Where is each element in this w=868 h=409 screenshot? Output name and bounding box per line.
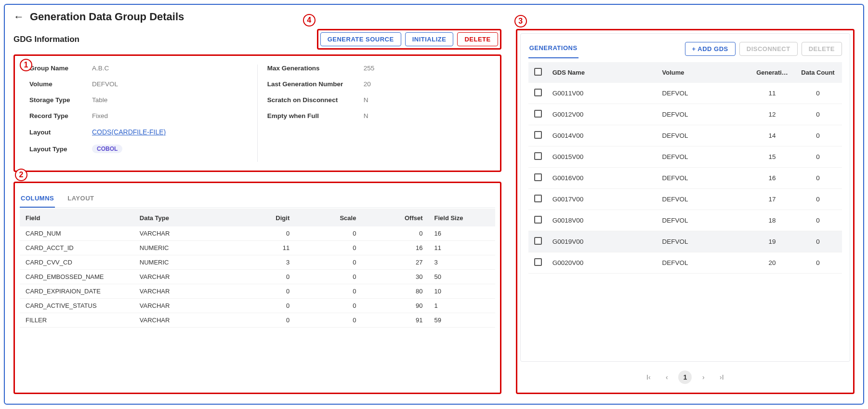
- cell-dtype: VARCHAR: [134, 284, 229, 299]
- generate-source-button[interactable]: GENERATE SOURCE: [320, 32, 401, 46]
- table-row[interactable]: G0018V00DEFVOL180: [528, 210, 842, 231]
- columns-table: Field Data Type Digit Scale Offset Field…: [20, 209, 495, 328]
- table-row[interactable]: G0019V00DEFVOL190: [528, 231, 842, 252]
- pager-page-1[interactable]: 1: [678, 370, 692, 384]
- cell-gds-count: 0: [794, 231, 842, 252]
- generations-table: GDS Name Volume Generati… Data Count G00…: [528, 62, 842, 274]
- cell-dtype: VARCHAR: [134, 270, 229, 284]
- cell-gds-gen: 12: [750, 104, 794, 125]
- cell-fsize: 1: [429, 299, 495, 313]
- gen-gen-header: Generati…: [750, 62, 794, 83]
- cell-gds-gen: 16: [750, 168, 794, 189]
- col-fsize-header: Field Size: [429, 210, 495, 227]
- delete-gdg-button[interactable]: DELETE: [457, 32, 498, 46]
- cell-check: [528, 104, 548, 125]
- table-row[interactable]: G0014V00DEFVOL140: [528, 125, 842, 146]
- section-title: GDG Information: [13, 35, 79, 44]
- cell-offset: 90: [362, 299, 428, 313]
- cell-fsize: 50: [429, 270, 495, 284]
- max-gen-value: 255: [364, 65, 375, 72]
- cell-offset: 80: [362, 284, 428, 299]
- cell-dtype: VARCHAR: [134, 313, 229, 328]
- max-gen-label: Max Generations: [267, 65, 364, 72]
- cell-fsize: 16: [429, 226, 495, 241]
- row-checkbox[interactable]: [534, 152, 542, 160]
- cell-gds-gen: 19: [750, 231, 794, 252]
- cell-field: CARD_ACCT_ID: [20, 241, 134, 255]
- gen-check-header: [528, 62, 548, 83]
- last-gen-label: Last Generation Number: [267, 80, 364, 88]
- row-checkbox[interactable]: [534, 173, 542, 181]
- cell-field: CARD_EXPIRAION_DATE: [20, 284, 134, 299]
- cell-offset: 91: [362, 313, 428, 328]
- table-row[interactable]: G0017V00DEFVOL170: [528, 189, 842, 210]
- volume-value: DEFVOL: [92, 80, 118, 88]
- pager-prev-icon[interactable]: ‹: [660, 370, 673, 384]
- cell-check: [528, 231, 548, 252]
- cell-gds-vol: DEFVOL: [658, 210, 750, 231]
- cell-check: [528, 146, 548, 168]
- layout-label: Layout: [29, 129, 92, 136]
- cell-dtype: VARCHAR: [134, 226, 229, 241]
- tab-generations[interactable]: GENERATIONS: [528, 40, 579, 58]
- pager-first-icon[interactable]: I‹: [642, 370, 655, 384]
- table-row[interactable]: G0011V00DEFVOL110: [528, 83, 842, 104]
- row-checkbox[interactable]: [534, 237, 542, 245]
- cell-digit: 0: [229, 270, 295, 284]
- cell-gds-name: G0017V00: [548, 189, 658, 210]
- table-row[interactable]: G0016V00DEFVOL160: [528, 168, 842, 189]
- row-checkbox[interactable]: [534, 110, 542, 118]
- initialize-button[interactable]: INITIALIZE: [405, 32, 454, 46]
- row-checkbox[interactable]: [534, 131, 542, 139]
- action-button-group: 4 GENERATE SOURCE INITIALIZE DELETE: [317, 29, 501, 50]
- col-dtype-header: Data Type: [134, 210, 229, 227]
- gdg-info-panel: 1 Group NameA.B.C VolumeDEFVOL Storage T…: [13, 54, 501, 172]
- cell-check: [528, 210, 548, 231]
- callout-2: 2: [15, 169, 27, 181]
- cell-check: [528, 125, 548, 146]
- gen-count-header: Data Count: [794, 62, 842, 83]
- record-type-value: Fixed: [92, 112, 108, 119]
- cell-gds-name: G0016V00: [548, 168, 658, 189]
- disconnect-button: DISCONNECT: [739, 42, 798, 56]
- table-row: CARD_CVV_CDNUMERIC30273: [20, 255, 495, 270]
- gen-vol-header: Volume: [658, 62, 750, 83]
- table-row[interactable]: G0015V00DEFVOL150: [528, 146, 842, 168]
- table-row: CARD_ACCT_IDNUMERIC1101611: [20, 241, 495, 255]
- col-offset-header: Offset: [362, 210, 428, 227]
- cell-digit: 3: [229, 255, 295, 270]
- table-row: CARD_ACTIVE_STATUSVARCHAR00901: [20, 299, 495, 313]
- layout-link[interactable]: CODS(CARDFILE-FILE): [92, 128, 166, 136]
- row-checkbox[interactable]: [534, 195, 542, 202]
- row-checkbox[interactable]: [534, 258, 542, 266]
- group-name-label: Group Name: [29, 65, 92, 72]
- col-scale-header: Scale: [295, 210, 362, 227]
- add-gds-button[interactable]: + ADD GDS: [685, 42, 736, 56]
- last-gen-value: 20: [364, 80, 371, 88]
- cell-gds-gen: 17: [750, 189, 794, 210]
- select-all-checkbox[interactable]: [534, 68, 542, 76]
- back-arrow-icon[interactable]: ←: [13, 11, 24, 23]
- tab-columns[interactable]: COLUMNS: [20, 190, 55, 208]
- cell-scale: 0: [295, 255, 362, 270]
- table-row[interactable]: G0020V00DEFVOL200: [528, 252, 842, 274]
- cell-gds-name: G0012V00: [548, 104, 658, 125]
- pager-next-icon[interactable]: ›: [697, 370, 710, 384]
- callout-4: 4: [303, 14, 316, 26]
- row-checkbox[interactable]: [534, 89, 542, 96]
- table-row: CARD_EMBOSSED_NAMEVARCHAR003050: [20, 270, 495, 284]
- cell-scale: 0: [295, 241, 362, 255]
- cell-offset: 30: [362, 270, 428, 284]
- table-row[interactable]: G0012V00DEFVOL120: [528, 104, 842, 125]
- cell-field: CARD_NUM: [20, 226, 134, 241]
- pager-last-icon[interactable]: ›I: [715, 370, 728, 384]
- cell-field: CARD_ACTIVE_STATUS: [20, 299, 134, 313]
- cell-field: FILLER: [20, 313, 134, 328]
- volume-label: Volume: [29, 80, 92, 88]
- scratch-label: Scratch on Disconnect: [267, 96, 364, 104]
- cell-gds-vol: DEFVOL: [658, 252, 750, 274]
- cell-gds-count: 0: [794, 146, 842, 168]
- row-checkbox[interactable]: [534, 216, 542, 224]
- tab-layout[interactable]: LAYOUT: [66, 190, 95, 208]
- cell-gds-count: 0: [794, 104, 842, 125]
